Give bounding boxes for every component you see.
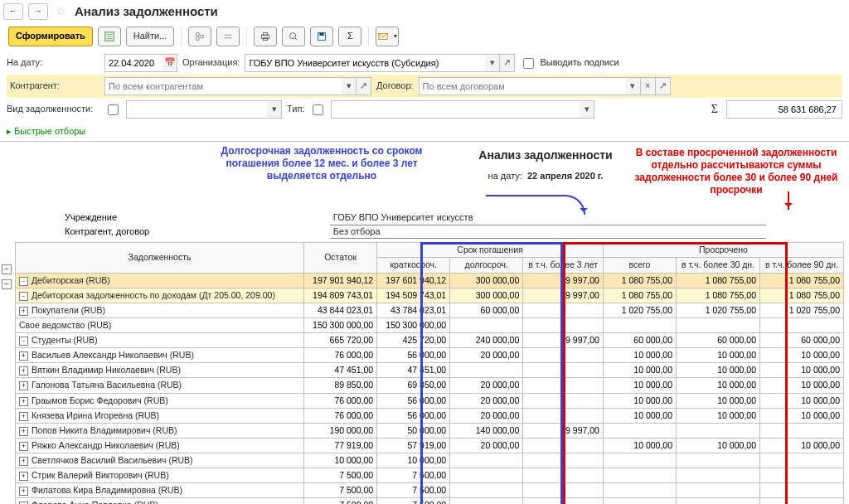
type-drop-icon[interactable]: ▾ — [580, 100, 594, 119]
h-gt90: в т.ч. более 90 дн. — [759, 258, 843, 273]
sum-total-field[interactable] — [726, 100, 842, 119]
date-input[interactable]: 📅 — [104, 54, 177, 72]
table-row[interactable]: +Князева Ирина Игоревна (RUB)76 000,0056… — [16, 408, 844, 423]
debt-type-field[interactable] — [126, 100, 267, 119]
row-name-cell[interactable]: +Вяткин Владимир Николаевич (RUB) — [16, 363, 304, 378]
expand-icon[interactable]: + — [19, 487, 28, 496]
type-check[interactable] — [309, 102, 326, 118]
outline-toggle[interactable]: − — [2, 264, 12, 274]
num-cell: 7 500,00 — [304, 498, 377, 504]
type-checkbox[interactable] — [313, 104, 323, 115]
date-field[interactable] — [104, 54, 163, 72]
row-name-cell[interactable]: +Князева Ирина Игоревна (RUB) — [16, 408, 304, 423]
debt-type-check[interactable] — [104, 102, 121, 118]
num-cell: 10 000,00 — [677, 408, 760, 423]
table-row[interactable]: -Дебиторская (RUB)197 901 940,12197 601 … — [16, 273, 844, 288]
expand-icon[interactable]: + — [19, 412, 28, 421]
expand-icon[interactable]: + — [19, 397, 28, 406]
collapse-icon[interactable]: - — [19, 337, 28, 346]
row-name-cell[interactable]: -Дебиторская (RUB) — [16, 273, 304, 288]
type-field[interactable] — [331, 100, 580, 119]
row-name-cell[interactable]: +Васильев Александр Николаевич (RUB) — [16, 348, 304, 363]
preview-button[interactable] — [282, 27, 305, 46]
favorite-star-icon[interactable]: ☆ — [53, 4, 68, 19]
contr-field[interactable] — [104, 77, 342, 95]
num-cell: 190 000,00 — [304, 423, 377, 438]
expand-icon[interactable]: + — [19, 472, 28, 481]
table-row[interactable]: +Граымов Борис Федорович (RUB)76 000,005… — [16, 393, 844, 408]
table-row[interactable]: +Покупатели (RUB)43 844 023,0143 784 023… — [16, 303, 844, 317]
collapse-icon[interactable]: - — [19, 292, 28, 301]
row-name-cell[interactable]: +Филатова Кира Владимировна (RUB) — [16, 483, 304, 498]
save-button[interactable] — [310, 27, 333, 46]
nav-forward-button[interactable]: → — [28, 3, 48, 20]
contract-drop-icon[interactable]: ▾ — [626, 77, 641, 95]
org-open-icon[interactable]: ↗ — [500, 54, 515, 72]
expand-icon[interactable]: + — [19, 457, 28, 466]
contract-open-icon[interactable]: ↗ — [656, 77, 671, 95]
sign-checkbox[interactable]: Выводить подписи — [520, 56, 619, 71]
debt-type-checkbox[interactable] — [108, 104, 119, 115]
table-row[interactable]: +Вяткин Владимир Николаевич (RUB)47 451,… — [16, 363, 844, 378]
row-name-cell[interactable]: +Стрик Валерий Викторович (RUB) — [16, 468, 304, 483]
row-name-cell[interactable]: -Студенты (RUB) — [16, 333, 304, 348]
num-cell: 10 000,00 — [677, 438, 760, 453]
collapse-icon[interactable]: - — [19, 277, 28, 286]
row-name-cell[interactable]: +Покупатели (RUB) — [16, 303, 304, 317]
row-name-cell[interactable]: +Ряжко Александр Николаевич (RUB) — [16, 438, 304, 453]
org-select[interactable]: ▾ ↗ — [245, 54, 515, 72]
expand-tree-button[interactable] — [188, 27, 211, 46]
row-name-cell[interactable]: +Светлячков Василий Васильевич (RUB) — [16, 453, 304, 468]
print-button[interactable] — [254, 27, 277, 46]
sum-button[interactable]: Σ — [338, 27, 361, 46]
table-row[interactable]: +Ряжко Александр Николаевич (RUB)77 919,… — [16, 438, 844, 453]
num-cell: 10 000,00 — [603, 378, 676, 393]
contr-drop-icon[interactable]: ▾ — [342, 77, 357, 95]
nav-back-button[interactable]: ← — [3, 3, 23, 20]
fast-filters-toggle[interactable]: Быстрые отборы — [0, 123, 849, 141]
org-field[interactable] — [245, 54, 485, 72]
table-row[interactable]: +Флерова Анна Павловна (RUB)7 500,007 50… — [16, 498, 844, 504]
expand-icon[interactable]: + — [19, 366, 28, 376]
run-button[interactable]: Сформировать — [8, 27, 93, 46]
row-name-cell[interactable]: -Дебиторская задолженность по доходам (Д… — [16, 288, 304, 303]
expand-icon[interactable]: + — [19, 442, 28, 451]
contract-select[interactable]: ▾ × ↗ — [419, 77, 671, 95]
contr-select[interactable]: ▾ ↗ — [104, 77, 371, 95]
contract-field[interactable] — [419, 77, 626, 95]
find-button[interactable]: Найти... — [126, 27, 175, 46]
table-row[interactable]: +Стрик Валерий Викторович (RUB)7 500,007… — [16, 468, 844, 483]
settings-button[interactable] — [98, 27, 121, 46]
sign-checkbox-input[interactable] — [523, 58, 534, 69]
debt-type-drop-icon[interactable]: ▾ — [267, 100, 282, 119]
table-row[interactable]: +Гапонова Татьяна Васильевна (RUB)89 850… — [16, 378, 844, 393]
num-cell: 10 000,00 — [603, 348, 676, 363]
type-select[interactable]: ▾ — [331, 100, 594, 119]
table-row[interactable]: -Дебиторская задолженность по доходам (Д… — [16, 288, 844, 303]
row-name-cell[interactable]: +Флерова Анна Павловна (RUB) — [16, 498, 304, 504]
expand-icon[interactable]: + — [19, 381, 28, 390]
expand-icon[interactable]: + — [19, 351, 28, 361]
row-name-cell[interactable]: +Гапонова Татьяна Васильевна (RUB) — [16, 378, 304, 393]
row-name-cell[interactable]: Свое ведомство (RUB) — [16, 317, 304, 332]
outline-toggle[interactable]: − — [2, 279, 12, 289]
num-cell — [450, 453, 523, 468]
row-name-cell[interactable]: +Попов Никита Владимирович (RUB) — [16, 423, 304, 438]
table-row[interactable]: Свое ведомство (RUB)150 300 000,00150 30… — [16, 317, 844, 332]
row-name-cell[interactable]: +Граымов Борис Федорович (RUB) — [16, 393, 304, 408]
collapse-tree-button[interactable] — [216, 27, 240, 46]
table-row[interactable]: -Студенты (RUB)665 720,00425 720,00240 0… — [16, 333, 844, 348]
table-row[interactable]: +Светлячков Василий Васильевич (RUB)10 0… — [16, 453, 844, 468]
num-cell: 240 000,00 — [450, 333, 523, 348]
table-row[interactable]: +Васильев Александр Николаевич (RUB)76 0… — [16, 348, 844, 363]
expand-icon[interactable]: + — [19, 427, 28, 436]
contract-clear-icon[interactable]: × — [641, 77, 656, 95]
table-row[interactable]: +Попов Никита Владимирович (RUB)190 000,… — [16, 423, 844, 438]
email-button[interactable]: ▾ — [376, 27, 399, 46]
table-row[interactable]: +Филатова Кира Владимировна (RUB)7 500,0… — [16, 483, 844, 498]
calendar-icon[interactable]: 📅 — [163, 54, 177, 72]
debt-type-select[interactable]: ▾ — [126, 100, 282, 119]
expand-icon[interactable]: + — [19, 307, 28, 316]
org-drop-icon[interactable]: ▾ — [485, 54, 500, 72]
contr-open-icon[interactable]: ↗ — [357, 77, 371, 95]
